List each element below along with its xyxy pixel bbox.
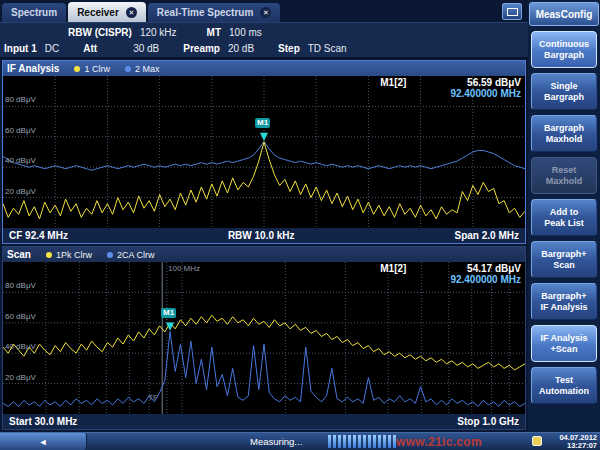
if-analysis-panel: IF Analysis 1 Clrw2 Max M1[2] 56.59 dBμV… [2,60,526,244]
scan-header: Scan 1Pk Clrw2CA Clrw [3,247,525,262]
watermark: www.21ic.com [396,435,482,449]
tab-label: Real-Time Spectrum [157,7,254,18]
tab-label: Spectrum [11,7,57,18]
activity-bar [378,435,381,448]
softkey-bargraph-scan[interactable]: Bargraph+Scan [531,241,597,278]
softkey-label-line1: Bargraph+ [541,291,586,302]
tab-spectrum[interactable]: Spectrum [2,3,66,22]
softkey-label-line2: Maxhold [546,176,583,187]
status-bar: ◄ Measuring... www.21ic.com 04.07.2012 1… [0,432,600,450]
trace-color-dot [46,252,52,258]
setting-value: 30 dB [133,43,159,54]
legend-label: 2CA Clrw [117,250,155,260]
setting-value: DC [45,43,59,54]
close-icon[interactable]: ✕ [260,7,271,18]
activity-bar [383,435,386,448]
setting-preamp[interactable]: Preamp20 dB [183,43,254,54]
legend-item-2-max: 2 Max [125,64,160,74]
setting-rbw-cispr[interactable]: RBW (CISPR)120 kHz [68,27,177,38]
close-icon[interactable]: ✕ [126,7,137,18]
setting-value: 20 dB [228,43,254,54]
setting-label: Att [83,43,97,54]
scan-chart[interactable]: M1[2] 54.17 dBμV 92.400000 MHz M180 dBμV… [3,262,525,414]
settings-row-2: Input 1DCAtt30 dBPreamp20 dBStepTD Scan [0,40,528,56]
rbw-value: RBW 10.0 kHz [228,230,295,241]
setting-value: TD Scan [308,43,347,54]
softkey-continuous-bargraph[interactable]: ContinuousBargraph [531,31,597,68]
panel-title: Scan [7,249,31,260]
legend-item-2ca-clrw: 2CA Clrw [107,250,155,260]
trace-color-dot [74,66,80,72]
activity-bar [328,435,331,448]
activity-bar [358,435,361,448]
softkey-label-line2: Bargraph [544,92,584,103]
softkey-single-bargraph[interactable]: SingleBargraph [531,73,597,110]
softkey-label-line1: Bargraph+ [541,249,586,260]
setting-label: Preamp [183,43,220,54]
legend-label: 2 Max [135,64,160,74]
scan-footer: Start 30.0 MHz Stop 1.0 GHz [3,414,525,429]
softkey-label-line2: +Scan [551,344,578,355]
softkey-label-line1: Test [555,375,573,386]
softkey-test-automation[interactable]: TestAutomation [531,367,597,404]
activity-bar [343,435,346,448]
tab-bar: SpectrumReceiver✕Real-Time Spectrum✕ [0,0,528,22]
tab-real-time-spectrum[interactable]: Real-Time Spectrum✕ [148,3,281,22]
setting-att[interactable]: Att30 dB [83,43,159,54]
legend-item-1pk-clrw: 1Pk Clrw [46,250,92,260]
softkey-label-line1: Reset [552,165,577,176]
setting-input-1[interactable]: Input 1DC [4,43,59,54]
instrument-screen: SpectrumReceiver✕Real-Time Spectrum✕ RBW… [0,0,600,450]
channel-tabs: SpectrumReceiver✕Real-Time Spectrum✕ [2,2,280,22]
softkey-label-line1: Single [550,81,577,92]
softkey-bargraph-if-analysis[interactable]: Bargraph+IF Analysis [531,283,597,320]
time: 13:27:07 [559,442,597,450]
activity-bar [363,435,366,448]
display-icon [507,8,518,16]
softkey-bargraph-maxhold[interactable]: BargraphMaxhold [531,115,597,152]
setting-step[interactable]: StepTD Scan [278,43,347,54]
activity-bar [348,435,351,448]
legend-item-1-clrw: 1 Clrw [74,64,110,74]
if-analysis-chart[interactable]: M1[2] 56.59 dBμV 92.400000 MHz M180 dBμV… [3,76,525,228]
softkey-add-to-peak-list[interactable]: Add toPeak List [531,199,597,236]
softkey-label-line2: Scan [553,260,575,271]
left-arrow-icon: ◄ [39,437,48,447]
main-area: SpectrumReceiver✕Real-Time Spectrum✕ RBW… [0,0,600,432]
setting-label: MT [207,27,221,38]
center-frequency: CF 92.4 MHz [9,230,68,241]
display-toggle-button[interactable] [502,3,522,20]
settings-bar: RBW (CISPR)120 kHzMT100 ms Input 1DCAtt3… [0,22,528,58]
softkey-label-line1: Bargraph [544,123,584,134]
panel-title: IF Analysis [7,63,59,74]
legend-label: 1Pk Clrw [56,250,92,260]
start-frequency: Start 30.0 MHz [9,416,77,427]
scan-panel: Scan 1Pk Clrw2CA Clrw M1[2] 54.17 dBμV 9… [2,246,526,430]
softkey-label-line1: IF Analysis [540,333,587,344]
setting-label: Step [278,43,300,54]
status-indicator-icon [532,436,542,446]
tab-receiver[interactable]: Receiver✕ [68,2,146,22]
softkey-if-analysis-scan[interactable]: IF Analysis+Scan [531,325,597,362]
softkey-label-line1: Add to [550,207,579,218]
softkey-label-line2: Peak List [544,218,584,229]
if-analysis-header: IF Analysis 1 Clrw2 Max [3,61,525,76]
setting-label: Input 1 [4,43,37,54]
softkey-menu-title[interactable]: MeasConfig [529,2,599,26]
trace-legend: 1Pk Clrw2CA Clrw [31,250,155,260]
trace-legend: 1 Clrw2 Max [59,64,159,74]
softkey-reset-maxhold: ResetMaxhold [531,157,597,194]
datetime: 04.07.2012 13:27:07 [559,434,597,450]
tab-label: Receiver [77,7,119,18]
softkey-label-line2: IF Analysis [540,302,587,313]
setting-label: RBW (CISPR) [68,27,132,38]
if-analysis-footer: CF 92.4 MHz RBW 10.0 kHz Span 2.0 MHz [3,228,525,243]
softkey-label-line1: Continuous [539,39,589,50]
softkey-label-line2: Bargraph [544,50,584,61]
back-button[interactable]: ◄ [0,433,87,450]
if-analysis-traces [3,76,525,228]
stop-frequency: Stop 1.0 GHz [457,416,519,427]
activity-indicator [328,435,396,448]
softkey-buttons: ContinuousBargraphSingleBargraphBargraph… [531,31,597,404]
setting-mt[interactable]: MT100 ms [207,27,262,38]
